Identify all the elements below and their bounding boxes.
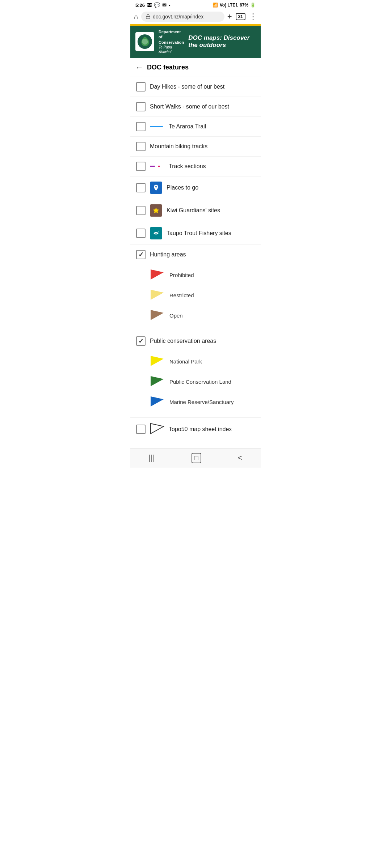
checkbox-kiwi[interactable] bbox=[136, 206, 146, 215]
doc-logo-text: Department of Conservation Te Papa Atawh… bbox=[159, 29, 184, 54]
status-right: 📶 Vo) LTE1 67% 🔋 bbox=[213, 3, 256, 8]
feature-item-taupo[interactable]: Taupō Trout Fishery sites bbox=[130, 222, 261, 245]
feature-item-hunting[interactable]: Hunting areas Prohibited Restrict bbox=[130, 245, 261, 331]
status-left: 5:26 🖼 💬 ✉ • bbox=[135, 2, 171, 8]
page-title: DOC features bbox=[147, 64, 189, 71]
open-label: Open bbox=[169, 312, 183, 319]
feature-label-hunting: Hunting areas bbox=[150, 251, 186, 258]
checkbox-short-walks[interactable] bbox=[136, 102, 146, 111]
messenger-icon: 💬 bbox=[154, 2, 160, 8]
time: 5:26 bbox=[135, 3, 145, 8]
battery-icon: 🔋 bbox=[250, 3, 256, 8]
feature-item-kiwi[interactable]: Kiwi Guardians' sites bbox=[130, 199, 261, 222]
feature-label-mountain-biking: Mountain biking tracks bbox=[150, 143, 207, 150]
feature-label-places: Places to go bbox=[167, 184, 198, 191]
svg-marker-7 bbox=[151, 376, 164, 386]
taupo-icon bbox=[150, 227, 162, 239]
address-bar[interactable]: doc.govt.nz/map/index bbox=[141, 12, 224, 22]
checkbox-topo50[interactable] bbox=[136, 425, 146, 434]
browser-bar: ⌂ doc.govt.nz/map/index + 31 ⋮ bbox=[130, 9, 261, 24]
dot-icon: • bbox=[169, 3, 171, 8]
prohibited-flag bbox=[150, 269, 164, 282]
feature-item-day-hikes[interactable]: Day Hikes - some of our best bbox=[130, 77, 261, 97]
feature-label-topo50: Topo50 map sheet index bbox=[169, 426, 232, 433]
back-button[interactable]: ← bbox=[135, 63, 143, 72]
checkbox-taupo[interactable] bbox=[136, 229, 146, 238]
nav-home[interactable]: □ bbox=[192, 453, 201, 463]
url-text: doc.govt.nz/map/index bbox=[153, 14, 203, 20]
feature-item-te-araroa[interactable]: Te Araroa Trail bbox=[130, 117, 261, 137]
checkbox-te-araroa[interactable] bbox=[136, 122, 146, 131]
feature-item-mountain-biking[interactable]: Mountain biking tracks bbox=[130, 137, 261, 157]
feature-item-topo50[interactable]: Topo50 map sheet index bbox=[130, 418, 261, 441]
public-land-label: Public Conservation Land bbox=[169, 379, 231, 385]
restricted-flag bbox=[150, 289, 164, 302]
feature-label-track-sections: Track sections bbox=[169, 163, 206, 170]
doc-logo bbox=[135, 32, 154, 51]
photo-icon: 🖼 bbox=[147, 3, 152, 8]
checkbox-places[interactable] bbox=[136, 183, 146, 192]
feature-label-day-hikes: Day Hikes - some of our best bbox=[150, 84, 224, 90]
hunting-restricted: Restricted bbox=[150, 285, 255, 306]
prohibited-label: Prohibited bbox=[169, 272, 194, 278]
doc-header-title: DOC maps: Discover the outdoors bbox=[188, 34, 256, 49]
feature-label-short-walks: Short Walks - some of our best bbox=[150, 103, 229, 110]
wifi-icon: 📶 bbox=[213, 3, 218, 8]
checkbox-conservation[interactable] bbox=[136, 336, 146, 346]
more-options-icon[interactable]: ⋮ bbox=[249, 12, 257, 21]
checkbox-mountain-biking[interactable] bbox=[136, 142, 146, 151]
battery-text: 67% bbox=[240, 3, 248, 8]
trail-line-icon bbox=[150, 126, 164, 127]
feature-item-track-sections[interactable]: Track sections bbox=[130, 157, 261, 176]
topo50-icon bbox=[150, 423, 164, 436]
doc-header: Department of Conservation Te Papa Atawh… bbox=[130, 24, 261, 58]
status-bar: 5:26 🖼 💬 ✉ • 📶 Vo) LTE1 67% 🔋 bbox=[130, 0, 261, 9]
nav-bar: ||| □ < bbox=[130, 448, 261, 468]
feature-item-conservation[interactable]: Public conservation areas National Park bbox=[130, 331, 261, 418]
checkbox-hunting[interactable] bbox=[136, 250, 146, 259]
svg-marker-5 bbox=[151, 310, 164, 320]
hunting-prohibited: Prohibited bbox=[150, 265, 255, 285]
page-header: ← DOC features bbox=[130, 58, 261, 77]
checkbox-track-sections[interactable] bbox=[136, 162, 146, 171]
conservation-public-land: Public Conservation Land bbox=[150, 372, 255, 392]
svg-marker-4 bbox=[151, 290, 164, 300]
browser-actions: + 31 ⋮ bbox=[227, 12, 257, 21]
national-park-flag bbox=[150, 355, 164, 368]
public-land-flag bbox=[150, 375, 164, 388]
marine-reserve-flag bbox=[150, 396, 164, 409]
feature-label-te-araroa: Te Araroa Trail bbox=[169, 123, 206, 130]
svg-rect-0 bbox=[146, 16, 150, 18]
home-icon[interactable]: ⌂ bbox=[134, 13, 138, 21]
restricted-label: Restricted bbox=[169, 292, 194, 298]
dashed-track-icon bbox=[150, 166, 164, 167]
open-flag bbox=[150, 309, 164, 322]
national-park-label: National Park bbox=[169, 358, 202, 365]
feature-list: Day Hikes - some of our best Short Walks… bbox=[130, 77, 261, 441]
checkbox-day-hikes[interactable] bbox=[136, 82, 146, 92]
feature-item-places[interactable]: Places to go bbox=[130, 176, 261, 199]
hunting-open: Open bbox=[150, 306, 255, 326]
svg-marker-8 bbox=[151, 396, 164, 407]
feature-item-short-walks[interactable]: Short Walks - some of our best bbox=[130, 97, 261, 117]
conservation-marine-reserve: Marine Reserve/Sanctuary bbox=[150, 392, 255, 412]
hunting-sub-items: Prohibited Restricted Open bbox=[136, 264, 255, 326]
svg-marker-6 bbox=[151, 356, 164, 366]
nav-back[interactable]: < bbox=[238, 453, 243, 463]
feature-label-conservation: Public conservation areas bbox=[150, 338, 216, 344]
conservation-national-park: National Park bbox=[150, 352, 255, 372]
lock-icon bbox=[146, 14, 151, 19]
kiwi-icon bbox=[150, 204, 162, 217]
places-icon bbox=[150, 182, 162, 194]
add-tab-icon[interactable]: + bbox=[227, 12, 232, 21]
conservation-sub-items: National Park Public Conservation Land bbox=[136, 350, 255, 412]
svg-marker-9 bbox=[151, 424, 164, 434]
svg-marker-3 bbox=[151, 269, 164, 280]
signal-text: Vo) LTE1 bbox=[220, 3, 238, 8]
msg-icon: ✉ bbox=[162, 2, 167, 8]
feature-label-taupo: Taupō Trout Fishery sites bbox=[167, 230, 231, 237]
nav-recent-apps[interactable]: ||| bbox=[149, 453, 155, 463]
tab-count[interactable]: 31 bbox=[236, 13, 245, 20]
feature-label-kiwi: Kiwi Guardians' sites bbox=[167, 207, 220, 214]
marine-reserve-label: Marine Reserve/Sanctuary bbox=[169, 399, 234, 405]
